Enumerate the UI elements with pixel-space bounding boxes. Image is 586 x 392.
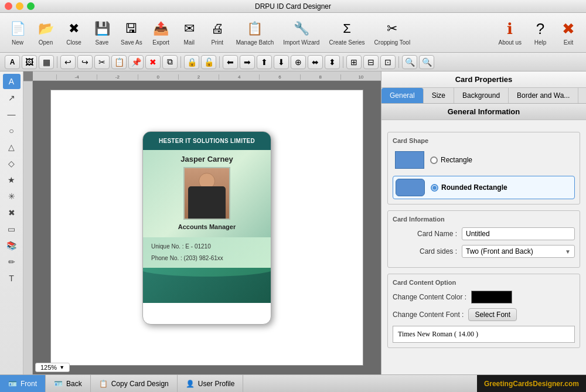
maximize-button[interactable]: [27, 2, 35, 10]
select-font-button[interactable]: Select Font: [468, 308, 517, 321]
rounded-radio[interactable]: Rounded Rectangle: [431, 183, 507, 192]
tab-background[interactable]: Background: [454, 88, 509, 103]
rectangle-radio[interactable]: Rectangle: [430, 156, 472, 164]
align-down-btn[interactable]: ⬇: [274, 55, 289, 69]
copy-btn[interactable]: 📋: [111, 55, 127, 69]
toolbar-export[interactable]: 📤 Export: [148, 18, 174, 47]
asterisk-tool[interactable]: ✳: [3, 189, 21, 204]
wizard-label: Import Wizard: [283, 39, 319, 46]
grid-btn[interactable]: ⊞: [346, 55, 362, 69]
triangle-tool[interactable]: △: [3, 139, 21, 155]
ellipse-tool[interactable]: ○: [3, 123, 21, 138]
zoom-indicator[interactable]: 125% ▼: [35, 363, 70, 372]
open-label: Open: [39, 39, 53, 46]
align-left-btn[interactable]: ⬅: [223, 55, 238, 69]
zoom-arrow[interactable]: ▼: [59, 364, 64, 370]
rounded-radio-btn[interactable]: [431, 184, 438, 192]
align-up-btn[interactable]: ⬆: [257, 55, 272, 69]
lock-btn[interactable]: 🔒: [184, 55, 199, 69]
toolbar-save[interactable]: 💾 Save: [89, 18, 115, 47]
exit-icon: ✖: [559, 19, 578, 38]
pencil-tool[interactable]: ✏: [3, 254, 21, 270]
window-controls[interactable]: [5, 2, 35, 10]
tab-general[interactable]: General: [381, 88, 424, 103]
unlock-btn[interactable]: 🔓: [201, 55, 216, 69]
text-tool[interactable]: T: [3, 271, 21, 286]
ruler-horizontal: -4 -2 0 2 4 6 8 10: [33, 71, 381, 81]
print-label: Print: [211, 39, 223, 46]
pen-tool[interactable]: —: [3, 107, 21, 122]
toolbar-series[interactable]: Σ Create Series: [325, 18, 368, 47]
duplicate-btn[interactable]: ⧉: [162, 55, 178, 69]
about-label: About us: [499, 39, 522, 46]
toolbar-saveas[interactable]: 🖫 Save As: [117, 18, 146, 47]
manage-label: Manage Batch: [236, 39, 274, 46]
card-name-input[interactable]: [462, 227, 575, 240]
content-option-section: Card Content Option Change Content Color…: [387, 274, 580, 348]
align-right-btn[interactable]: ➡: [240, 55, 255, 69]
secondary-toolbar: A 🖼 ▦ ↩ ↪ ✂ 📋 📌 ✖ ⧉ 🔒 🔓 ⬅ ➡ ⬆ ⬇ ⊕ ⬌ ⬍ ⊞ …: [0, 53, 586, 71]
tab-user-profile[interactable]: 👤 User Profile: [178, 375, 244, 392]
rectangle-radio-btn[interactable]: [430, 156, 438, 164]
cut-btn[interactable]: ✂: [94, 55, 110, 69]
redo-btn[interactable]: ↪: [77, 55, 93, 69]
toolbar-mail[interactable]: ✉ Mail: [176, 18, 202, 47]
delete-btn[interactable]: ✖: [145, 55, 161, 69]
card-photo: [183, 167, 230, 220]
back-icon: 🪪: [54, 380, 63, 388]
barcode-tool-btn[interactable]: ▦: [39, 55, 54, 69]
card-position: Accounts Manager: [148, 223, 266, 230]
rectangle-preview: [395, 151, 424, 169]
center-btn[interactable]: ⊕: [291, 55, 306, 69]
tab-copy-design[interactable]: 📋 Copy Card Design: [91, 375, 178, 392]
main-layout: A ↗ — ○ △ ◇ ★ ✳ ✖ ▭ 📚 ✏ T -4 -2 0 2 4 6 …: [0, 71, 586, 374]
toolbar-wizard[interactable]: 🔧 Import Wizard: [280, 18, 323, 47]
canvas-area[interactable]: -4 -2 0 2 4 6 8 10 HESTER IT SOLUTIONS L…: [23, 71, 381, 374]
toolbar-help[interactable]: ? Help: [527, 18, 553, 47]
paste-btn[interactable]: 📌: [128, 55, 144, 69]
fit-btn[interactable]: ⊡: [380, 55, 396, 69]
zoom-out-btn[interactable]: 🔍: [419, 55, 434, 69]
toolbar-exit[interactable]: ✖ Exit: [556, 18, 581, 47]
toolbar-open[interactable]: 📂 Open: [33, 18, 59, 47]
line-tool[interactable]: ↗: [3, 90, 21, 105]
select-tool[interactable]: A: [3, 74, 21, 89]
toolbar-close[interactable]: ✖ Close: [61, 18, 87, 47]
bottom-bar: 🪪 Front 🪪 Back 📋 Copy Card Design 👤 User…: [0, 374, 586, 392]
front-icon: 🪪: [8, 380, 17, 388]
distribute-h-btn[interactable]: ⬌: [308, 55, 323, 69]
distribute-v-btn[interactable]: ⬍: [325, 55, 340, 69]
toolbar-print[interactable]: 🖨 Print: [205, 18, 230, 47]
color-swatch[interactable]: [471, 291, 512, 304]
open-icon: 📂: [36, 19, 55, 38]
canvas-inner: HESTER IT SOLUTIONS LIMITED Jasper Carne…: [33, 81, 381, 374]
toolbar-crop[interactable]: ✂ Cropping Tool: [371, 18, 414, 47]
minimize-button[interactable]: [16, 2, 23, 10]
star-tool[interactable]: ★: [3, 172, 21, 188]
id-card: HESTER IT SOLUTIONS LIMITED Jasper Carne…: [142, 131, 271, 325]
toolbar-about[interactable]: ℹ About us: [495, 18, 525, 47]
text-tool-btn[interactable]: A: [5, 55, 20, 69]
library-tool[interactable]: 📚: [3, 238, 21, 253]
toolbar-new[interactable]: 📄 New: [5, 18, 30, 47]
snap-btn[interactable]: ⊟: [363, 55, 379, 69]
series-label: Create Series: [329, 39, 364, 46]
rounded-label: Rounded Rectangle: [441, 183, 507, 192]
cross-tool[interactable]: ✖: [3, 205, 21, 220]
tab-border[interactable]: Border and Wa...: [509, 88, 578, 103]
tab-size[interactable]: Size: [424, 88, 454, 103]
tab-front[interactable]: 🪪 Front: [0, 375, 46, 392]
card-sides-select[interactable]: Two (Front and Back) ▼: [462, 245, 575, 258]
toolbar-manage[interactable]: 📋 Manage Batch: [233, 18, 278, 47]
new-icon: 📄: [8, 19, 27, 38]
diamond-tool[interactable]: ◇: [3, 156, 21, 171]
tab-back[interactable]: 🪪 Back: [46, 375, 91, 392]
undo-btn[interactable]: ↩: [60, 55, 76, 69]
close-button[interactable]: [5, 2, 12, 10]
rect-tool[interactable]: ▭: [3, 221, 21, 237]
image-tool-btn[interactable]: 🖼: [22, 55, 37, 69]
white-canvas: HESTER IT SOLUTIONS LIMITED Jasper Carne…: [50, 90, 363, 366]
zoom-in-btn[interactable]: 🔍: [402, 55, 417, 69]
print-icon: 🖨: [208, 19, 227, 38]
toolbar2-sep4: [343, 56, 343, 68]
